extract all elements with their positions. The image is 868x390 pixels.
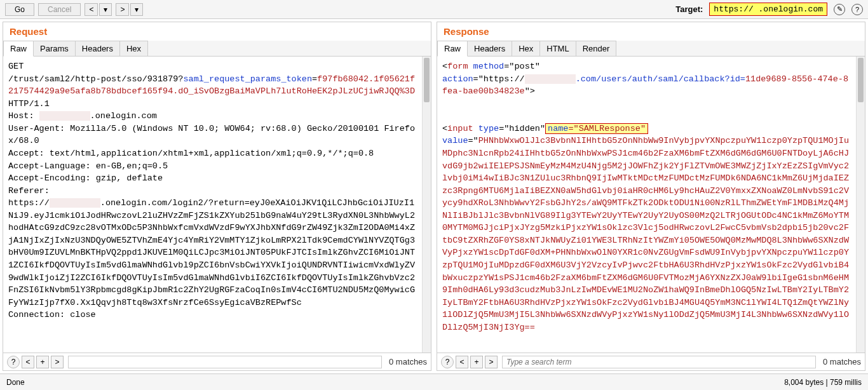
tab-headers[interactable]: Headers <box>75 41 120 56</box>
tab-params[interactable]: Params <box>33 41 76 56</box>
input-type-val: ="hidden" <box>499 124 545 133</box>
request-search-input[interactable] <box>68 356 382 368</box>
history-back: < ▾ <box>85 3 112 16</box>
redacted-host <box>39 111 90 121</box>
history-forward: > ▾ <box>116 3 143 16</box>
search-next-icon[interactable]: > <box>51 356 64 368</box>
response-tabs: Raw Headers Hex HTML Render <box>437 41 865 57</box>
status-bar: Done 8,004 bytes | 759 millis <box>0 373 868 390</box>
form-action-close: "> <box>525 86 535 96</box>
scroll-thumb-resp[interactable] <box>858 58 864 102</box>
search-prev-icon-resp[interactable]: < <box>456 356 468 368</box>
http-version: HTTP/1.1 <box>8 99 50 109</box>
response-match-count: 0 matches <box>823 357 861 366</box>
tab-hex[interactable]: Hex <box>119 41 148 56</box>
accept-enc-header: Accept-Encoding: gzip, deflate <box>8 173 163 183</box>
form-tag: form <box>447 62 468 71</box>
redacted-action-host <box>525 74 576 84</box>
scroll-thumb[interactable] <box>424 58 430 102</box>
referer-key: Referer: <box>8 186 50 196</box>
ua-header: User-Agent: Mozilla/5.0 (Windows NT 10.0… <box>8 124 415 146</box>
tab-render-resp[interactable]: Render <box>576 41 617 56</box>
tab-html-resp[interactable]: HTML <box>539 41 576 56</box>
tab-raw[interactable]: Raw <box>3 41 34 57</box>
cancel-button[interactable]: Cancel <box>38 3 81 16</box>
form-open: < <box>442 62 447 71</box>
input-name-attr: name <box>548 124 568 133</box>
request-scrollbar[interactable] <box>422 57 431 353</box>
form-action-attr: action <box>442 74 473 84</box>
connection-header: Connection: close <box>8 310 96 319</box>
help-icon[interactable]: ? <box>851 4 863 15</box>
search-help-icon[interactable]: ? <box>7 356 20 368</box>
response-search-bar: ? < + > 0 matches <box>437 353 865 370</box>
back-button[interactable]: < <box>85 3 98 16</box>
param-key: saml_request_params_token <box>183 74 312 84</box>
http-path: /trust/saml2/http-post/sso/931879? <box>8 74 183 84</box>
referer-rest: .onelogin.com/login2/?return=eyJ0eXAiOiJ… <box>8 198 415 307</box>
forward-dropdown[interactable]: ▾ <box>130 3 143 16</box>
search-help-icon-resp[interactable]: ? <box>441 356 454 368</box>
search-prev-icon[interactable]: < <box>22 356 34 368</box>
request-raw-text[interactable]: GET /trust/saml2/http-post/sso/931879?sa… <box>3 57 422 353</box>
form-action-path: .com/users/auth/saml/callback?id= <box>576 74 745 84</box>
input-type-attr: type <box>473 124 499 133</box>
redacted-referer-host <box>50 198 100 208</box>
response-title: Response <box>437 22 865 41</box>
top-toolbar: Go Cancel < ▾ > ▾ Target: https:// .onel… <box>0 0 868 19</box>
search-add-icon[interactable]: + <box>36 356 49 368</box>
tab-hex-resp[interactable]: Hex <box>512 41 540 56</box>
search-next-icon-resp[interactable]: > <box>485 356 498 368</box>
accept-header: Accept: text/html,application/xhtml+xml,… <box>8 149 374 158</box>
request-search-bar: ? < + > 0 matches <box>3 353 431 370</box>
response-raw-text[interactable]: <form method="post" action="https://.com… <box>437 57 856 353</box>
forward-button[interactable]: > <box>116 3 129 16</box>
host-header: Host: <box>8 111 39 121</box>
target-value: https:// .onelogin.com <box>709 3 827 16</box>
go-button[interactable]: Go <box>5 3 34 16</box>
form-method-attr: method <box>468 62 505 71</box>
input-name-val: ="SAMLResponse" <box>568 124 646 133</box>
status-right: 8,004 bytes | 759 millis <box>784 378 862 387</box>
form-method-val: ="post" <box>504 62 540 71</box>
tab-headers-resp[interactable]: Headers <box>467 41 512 56</box>
target-label: Target: <box>675 4 703 14</box>
host-suffix: .onelogin.com <box>90 111 157 121</box>
form-action-pre: ="https:// <box>473 74 525 84</box>
response-panel: Response Raw Headers Hex HTML Render <fo… <box>437 22 865 371</box>
request-match-count: 0 matches <box>389 357 427 366</box>
request-panel: Request Raw Params Headers Hex GET /trus… <box>3 22 431 371</box>
accept-lang-header: Accept-Language: en-GB,en;q=0.5 <box>8 161 168 171</box>
search-add-icon-resp[interactable]: + <box>470 356 483 368</box>
tab-raw-resp[interactable]: Raw <box>437 41 468 57</box>
value-attr: value <box>442 136 468 145</box>
response-search-input[interactable] <box>502 356 816 368</box>
input-tag: input <box>447 124 473 133</box>
status-left: Done <box>6 378 25 387</box>
edit-target-icon[interactable]: ✎ <box>834 4 845 15</box>
saml-value-block: PHNhbWxwOlJlc3BvbnNlIHhtbG5zOnNhbWw9InVy… <box>442 136 849 332</box>
value-open: =" <box>468 136 478 145</box>
request-title: Request <box>3 22 431 41</box>
referer-scheme: https:// <box>8 198 50 208</box>
response-scrollbar[interactable] <box>856 57 865 353</box>
input-open: < <box>442 124 447 133</box>
request-tabs: Raw Params Headers Hex <box>3 41 431 57</box>
saml-name-highlight: name="SAMLResponse" <box>545 123 648 134</box>
back-dropdown[interactable]: ▾ <box>99 3 112 16</box>
http-method: GET <box>8 62 24 71</box>
